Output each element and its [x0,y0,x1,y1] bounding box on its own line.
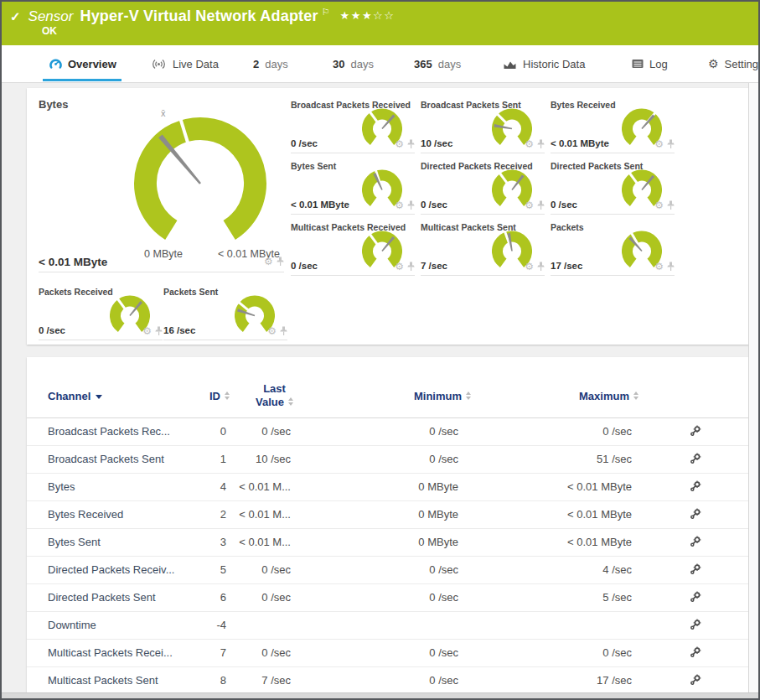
tab-number: 2 [253,58,259,70]
column-header-last-value[interactable]: LastValue [256,382,293,409]
table-row[interactable]: Broadcast Packets Rec...00 /sec0 /sec0 /… [27,418,750,446]
gauge-cell: Packets17 /sec⚙ [551,222,675,276]
column-header-id[interactable]: ID [209,390,230,402]
gear-icon[interactable]: ⚙ [142,326,152,336]
channel-name[interactable]: Directed Packets Sent [48,591,156,604]
channel-table-panel: Channel ID LastValue Minimum Maximum Bro… [27,357,750,694]
pin-icon[interactable] [537,262,545,272]
tab-overview[interactable]: Overview [49,45,116,82]
channel-settings-button[interactable] [690,619,701,633]
channel-maximum: 17 /sec [597,674,632,687]
table-row[interactable]: Directed Packets Sent60 /sec0 /sec5 /sec [27,584,750,612]
channel-name[interactable]: Multicast Packets Sent [48,674,158,687]
channel-settings-button[interactable] [690,646,701,661]
gear-icon[interactable]: ⚙ [395,262,404,272]
table-row[interactable]: Bytes4< 0.01 M...0 MByte< 0.01 MByte [27,474,750,501]
tab-30-days[interactable]: 30 days [333,45,374,82]
channel-settings-icon [690,674,701,686]
pin-icon[interactable] [407,262,415,272]
pin-icon[interactable] [280,326,287,336]
stars-empty[interactable]: ☆☆ [373,9,395,22]
gear-icon[interactable]: ⚙ [264,257,273,267]
tab-number: 365 [414,58,432,70]
table-row[interactable]: Downtime-4 [27,612,750,640]
gear-icon[interactable]: ⚙ [395,139,404,149]
channel-id: 3 [220,536,226,548]
gauge-value: 0 /sec [421,200,447,210]
pin-icon[interactable] [155,326,163,336]
table-row[interactable]: Broadcast Packets Sent110 /sec0 /sec51 /… [27,446,750,474]
tab-log[interactable]: Log [632,45,668,82]
channel-name[interactable]: Directed Packets Receiv... [48,563,174,576]
gear-icon[interactable]: ⚙ [525,200,534,210]
channel-settings-button[interactable] [690,591,701,605]
tab-live-data[interactable]: Live Data [151,45,219,82]
pin-icon[interactable] [667,139,675,149]
pin-icon[interactable] [537,139,545,149]
priority-stars[interactable]: ★★★☆☆ [340,9,396,22]
channel-settings-button[interactable] [690,480,701,495]
channel-name[interactable]: Bytes [48,480,75,493]
channel-maximum: 0 /sec [602,646,632,659]
channel-name[interactable]: Broadcast Packets Rec... [48,425,170,438]
divider [39,272,284,272]
table-row[interactable]: Bytes Sent3< 0.01 M...0 MByte< 0.01 MByt… [27,529,750,557]
gauge-icon [49,58,62,70]
main-gauge-value: < 0.01 MByte [39,256,107,268]
channel-settings-button[interactable] [690,508,701,522]
gauges-panel: Bytes x̄ 0 MByte < 0.01 MByte < 0.01 MBy… [27,88,750,345]
stars-filled[interactable]: ★★★ [340,9,373,22]
channel-settings-button[interactable] [690,674,701,688]
channel-settings-button[interactable] [690,536,701,550]
tab-2-days[interactable]: 2 days [253,45,288,82]
channel-name[interactable]: Downtime [48,619,96,631]
pin-icon[interactable] [667,262,675,272]
gear-icon[interactable]: ⚙ [654,200,664,210]
tab-settings[interactable]: ⚙ Settings [708,45,760,82]
sensor-kind-label: Sensor [28,8,74,25]
tab-365-days[interactable]: 365 days [414,45,461,82]
gauge-cell: Directed Packets Sent0 /sec⚙ [551,161,675,215]
table-row[interactable]: Directed Packets Receiv...50 /sec0 /sec4… [27,557,750,584]
table-row[interactable]: Multicast Packets Sent87 /sec0 /sec17 /s… [27,667,750,694]
channel-minimum: 0 MByte [418,508,458,521]
gear-icon[interactable]: ⚙ [395,200,404,210]
vertical-scrollbar[interactable] [748,83,758,692]
gauge-title: Packets Sent [163,287,218,297]
pin-icon[interactable] [407,139,415,149]
channel-id: 8 [220,674,226,687]
channel-settings-button[interactable] [690,453,701,467]
tab-label: Settings [725,58,760,70]
gauge-value: 17 /sec [551,261,582,271]
column-header-channel[interactable]: Channel [48,390,102,402]
channel-settings-button[interactable] [690,563,701,578]
gear-icon[interactable]: ⚙ [654,139,664,149]
gauge-cell-icons: ⚙ [395,262,415,272]
column-header-minimum[interactable]: Minimum [414,390,471,402]
pin-icon[interactable] [537,200,545,210]
pin-icon[interactable] [277,257,284,267]
sort-desc-icon [96,395,102,399]
sort-icon [466,391,471,400]
gear-icon[interactable]: ⚙ [525,262,534,272]
channel-settings-icon [690,508,701,520]
gear-icon[interactable]: ⚙ [267,326,277,336]
channel-last-value: < 0.01 M... [239,508,291,521]
table-row[interactable]: Multicast Packets Recei...70 /sec0 /sec0… [27,640,750,667]
pin-icon[interactable] [667,200,675,210]
gauge-title: Bytes Received [551,100,616,110]
channel-name[interactable]: Broadcast Packets Sent [48,453,164,465]
divider [39,340,163,340]
gear-icon[interactable]: ⚙ [654,262,664,272]
horizontal-scrollbar[interactable] [2,692,758,698]
channel-name[interactable]: Bytes Sent [48,536,101,548]
column-header-maximum[interactable]: Maximum [579,390,639,402]
table-row[interactable]: Bytes Received2< 0.01 M...0 MByte< 0.01 … [27,501,750,529]
channel-name[interactable]: Bytes Received [48,508,123,521]
pin-icon[interactable] [407,200,415,210]
gear-icon[interactable]: ⚙ [525,139,534,149]
channel-name[interactable]: Multicast Packets Recei... [48,646,173,659]
tab-historic-data[interactable]: Historic Data [503,45,585,82]
channel-settings-button[interactable] [690,425,701,439]
divider [291,214,415,215]
